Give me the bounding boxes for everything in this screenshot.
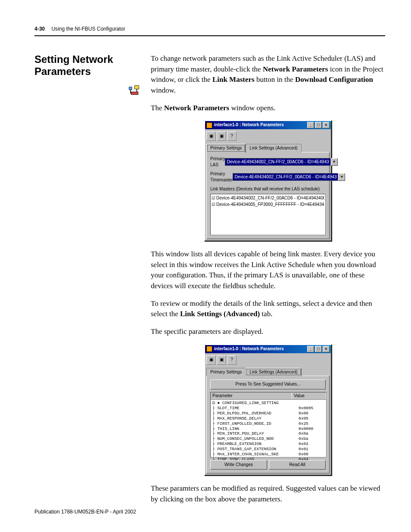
label-primary-las: Primary LAS <box>210 156 225 168</box>
paragraph-6: These paramters can be modified as requi… <box>151 483 385 504</box>
suggested-values-button[interactable]: Press To See Suggested Values... <box>210 380 326 389</box>
tab-primary-settings[interactable]: Primary Settings <box>206 368 246 376</box>
tabstrip: Primary Settings Link Settings (Advanced… <box>206 143 330 152</box>
maximize-button[interactable]: □ <box>315 346 322 352</box>
header-rule <box>34 35 385 36</box>
table-row[interactable]: ├ FIRST_UNPOLLED_NODE_ID0x25 <box>212 421 324 426</box>
toolbar-button-2[interactable]: ▣ <box>217 131 226 141</box>
table-row[interactable]: ├ NUM_CONSEC_UNPOLLED_NOD0xba <box>212 436 324 442</box>
table-row[interactable]: ├ PER_DLPDU_PHL_OVERHEAD0x00 <box>212 411 324 416</box>
write-changes-button[interactable]: Write Changes <box>210 460 267 470</box>
param-name: ├ SLOT_TIME <box>212 406 299 411</box>
parameter-table[interactable]: Parameter Value ⊟ ● CONFIGURED_LINK_SETT… <box>210 392 327 457</box>
param-value: 0x00 <box>299 452 324 457</box>
paragraph-2: The Network Parameters window opens. <box>151 103 385 114</box>
param-name: ├ MAX_INTER_CHAN_SIGNAL_SKE <box>212 452 299 457</box>
toolbar-button-1[interactable]: ▣ <box>206 131 216 141</box>
table-row[interactable]: ├ PREAMBLE_EXTENSION0x02 <box>212 442 324 447</box>
label-primary-timemaster: Primary Timemaster <box>210 171 233 184</box>
svg-rect-1 <box>135 86 139 89</box>
param-name: ⊟ ● CONFIGURED_LINK_SETTING <box>212 401 299 406</box>
help-button[interactable]: ? <box>227 131 237 141</box>
maximize-button[interactable]: □ <box>315 122 322 128</box>
table-row[interactable]: ├ MIN_INTER_PDU_DELAY0x0a <box>212 431 324 436</box>
link-masters-label: Link Masters (Devices that will receive … <box>210 186 326 193</box>
toolbar: ▣ ▣ ? <box>206 355 330 367</box>
tab-primary-settings[interactable]: Primary Settings <box>206 144 246 152</box>
tab-link-settings-advanced[interactable]: Link Settings (Advanced) <box>246 368 301 376</box>
close-button[interactable]: × <box>323 346 330 352</box>
param-value: 0x25 <box>299 421 324 426</box>
chevron-down-icon[interactable]: ▼ <box>338 173 345 181</box>
param-value: 0x0a <box>299 431 324 436</box>
app-icon <box>206 122 212 128</box>
chapter-title: Using the NI-FBUS Configurator <box>51 26 125 32</box>
param-name: ├ PER_DLPDU_PHL_OVERHEAD <box>212 411 299 416</box>
window-title: interface1-0 : Network Parameters <box>214 122 284 128</box>
toolbar-button-1[interactable]: ▣ <box>206 355 216 365</box>
close-button[interactable]: × <box>323 122 330 128</box>
param-value: 0x00 <box>299 411 324 416</box>
param-name: ├ PREAMBLE_EXTENSION <box>212 442 299 447</box>
help-button[interactable]: ? <box>227 355 237 365</box>
param-name: ├ MAX_RESPONSE_DELAY <box>212 416 299 421</box>
column-header-value: Value <box>292 392 326 400</box>
read-all-button[interactable]: Read All <box>269 460 326 470</box>
link-masters-list[interactable]: Device-4E49434002_CN-FF/2_00ACD6 - ID=4E… <box>210 194 326 235</box>
table-row[interactable]: ├ SLOT_TIME0x0005 <box>212 406 324 411</box>
toolbar-button-2[interactable]: ▣ <box>217 355 226 365</box>
param-name: ├ FIRST_UNPOLLED_NODE_ID <box>212 421 299 426</box>
table-row[interactable]: ⊟ ● CONFIGURED_LINK_SETTING <box>212 401 324 406</box>
titlebar[interactable]: interface1-0 : Network Parameters _ □ × <box>205 121 331 129</box>
select-primary-timemaster[interactable]: Device-4E49434002_CN-FF/2_00ACD6 - ID=4E… <box>233 173 338 181</box>
app-icon <box>206 346 212 352</box>
section-title: Setting Network Parameters <box>34 53 142 77</box>
param-value <box>299 401 324 406</box>
paragraph-5: The specific parameters are displayed. <box>151 327 385 337</box>
table-row[interactable]: ├ MAX_RESPONSE_DELAY0x05 <box>212 416 324 421</box>
publication-footer: Publication 1788-UM052B-EN-P - April 200… <box>34 509 136 515</box>
window-title: interface1-0 : Network Parameters <box>214 346 284 352</box>
param-value: 0x05 <box>299 416 324 421</box>
network-parameters-dialog-primary: interface1-0 : Network Parameters _ □ × … <box>204 120 332 241</box>
network-parameters-dialog-advanced: interface1-0 : Network Parameters _ □ × … <box>204 344 332 476</box>
param-value: 0x01 <box>299 447 324 452</box>
titlebar[interactable]: interface1-0 : Network Parameters _ □ × <box>205 345 331 353</box>
param-value: 0x02 <box>299 442 324 447</box>
table-row[interactable]: ├ MAX_INTER_CHAN_SIGNAL_SKE0x00 <box>212 452 324 457</box>
minimize-button[interactable]: _ <box>307 122 314 128</box>
svg-rect-0 <box>129 87 132 90</box>
table-row[interactable]: ├ THIS_LINK0x0000 <box>212 426 324 432</box>
column-header-parameter: Parameter <box>211 392 292 400</box>
page-number: 4-30 <box>34 26 45 32</box>
toolbar: ▣ ▣ ? <box>206 131 330 143</box>
paragraph-3: This window lists all devices capable of… <box>151 249 385 292</box>
paragraph-4: To review or modify the details of the l… <box>151 299 385 320</box>
param-value: 0x0000 <box>299 426 324 432</box>
svg-rect-2 <box>131 92 138 95</box>
chevron-down-icon[interactable]: ▼ <box>331 158 338 166</box>
paragraph-1: To change network parameters such as the… <box>151 53 385 96</box>
tab-link-settings-advanced[interactable]: Link Settings (Advanced) <box>246 144 301 152</box>
param-name: ├ NUM_CONSEC_UNPOLLED_NOD <box>212 436 299 442</box>
network-parameters-icon <box>34 77 142 98</box>
table-row[interactable]: ├ POST_TRANS_GAP_EXTENSION0x01 <box>212 447 324 452</box>
param-name: ├ POST_TRANS_GAP_EXTENSION <box>212 447 299 452</box>
list-item[interactable]: Device-4E49434005_FP3000_FFFFFFFF - ID=4… <box>212 202 324 208</box>
param-value: 0xba <box>299 436 324 442</box>
param-value: 0x0005 <box>299 406 324 411</box>
param-name: ├ MIN_INTER_PDU_DELAY <box>212 431 299 436</box>
page-header: 4-30 Using the NI-FBUS Configurator <box>34 26 385 32</box>
select-primary-las[interactable]: Device-4E49434002_CN-FF/2_00ACD6 - ID=4E… <box>225 158 330 166</box>
param-name: ├ THIS_LINK <box>212 426 299 432</box>
tabstrip: Primary Settings Link Settings (Advanced… <box>206 367 330 376</box>
minimize-button[interactable]: _ <box>307 346 314 352</box>
list-item[interactable]: Device-4E49434002_CN-FF/2_00ACD6 - ID=4E… <box>212 195 324 202</box>
